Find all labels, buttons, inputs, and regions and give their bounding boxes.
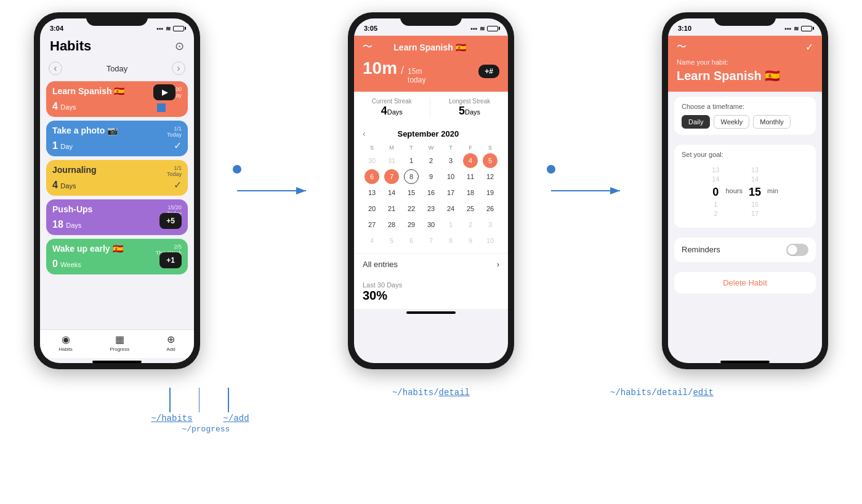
delete-habit-btn[interactable]: Delete Habit [674, 272, 816, 294]
cal-day[interactable]: 6 [365, 169, 379, 184]
cal-day[interactable]: 30 [424, 217, 438, 232]
cal-day[interactable]: 28 [384, 217, 399, 232]
all-entries-label: All entries [363, 260, 398, 269]
habit-card-journaling[interactable]: Journaling 1/1 Today 4 Days ✓ [46, 160, 188, 196]
habit-action-pushups[interactable]: +5 [159, 213, 182, 229]
phone-3-screen: 3:10 ▪▪▪ ≋ 〜 ✓ Name your habit: Learn Sp… [668, 18, 822, 363]
cal-day[interactable]: 2 [463, 217, 478, 232]
prev-date-btn[interactable]: ‹ [49, 62, 62, 75]
tf-monthly-btn[interactable]: Monthly [753, 115, 791, 129]
cal-day[interactable]: 11 [463, 169, 478, 184]
habit-card-wake[interactable]: Wake up early 🇪🇸 2/5 This Week 0 Weeks +… [46, 239, 188, 274]
detail-add-btn[interactable]: +# [478, 65, 499, 78]
cal-day[interactable]: 4 [463, 153, 478, 168]
cal-day[interactable]: 24 [443, 201, 458, 216]
settings-icon[interactable]: ⊙ [175, 39, 184, 53]
cal-day[interactable]: 31 [384, 153, 399, 168]
cal-day[interactable]: 10 [443, 169, 458, 184]
min-scroll[interactable]: 13 14 15 16 17 [749, 166, 761, 219]
habit-card-pushups[interactable]: Push-Ups 15/20 Today 18 Days +5 [46, 199, 188, 235]
home-indicator-3 [720, 361, 770, 363]
cal-day[interactable]: 22 [404, 201, 419, 216]
arrow-svg-1-2 [237, 182, 311, 200]
nav-progress[interactable]: ▦ Progress [110, 334, 129, 352]
next-date-btn[interactable]: › [172, 62, 185, 75]
cal-day[interactable]: 17 [443, 185, 458, 200]
cal-day[interactable]: 7 [384, 169, 399, 184]
status-time-1: 3:04 [50, 25, 63, 32]
all-entries-arrow: › [497, 260, 499, 269]
cal-day[interactable]: 3 [483, 217, 497, 232]
last-days-value: 30% [363, 289, 499, 303]
cal-day-today[interactable]: 8 [404, 169, 419, 184]
cal-day[interactable]: 19 [483, 185, 497, 200]
route-detail-edit[interactable]: ~/habits/detail/edit [610, 388, 714, 398]
reminders-label: Reminders [682, 245, 720, 254]
cal-day[interactable]: 15 [404, 185, 419, 200]
route-detail[interactable]: ~/habits/detail [392, 388, 470, 398]
route-add[interactable]: ~/add [224, 414, 249, 423]
route-progress[interactable]: ~/progress [182, 425, 230, 434]
route-habits[interactable]: ~/habits [151, 414, 192, 423]
wifi-icon-1: ≋ [166, 25, 171, 32]
cal-day[interactable]: 3 [443, 153, 458, 168]
cal-day[interactable]: 20 [365, 201, 379, 216]
all-entries-row[interactable]: All entries › [354, 253, 508, 275]
cal-day[interactable]: 5 [483, 153, 497, 168]
cal-day[interactable]: 29 [404, 217, 419, 232]
cal-day[interactable]: 1 [404, 153, 419, 168]
habit-action-spanish[interactable]: ▶ [153, 84, 175, 100]
cal-day[interactable]: 26 [483, 201, 497, 216]
cal-day[interactable]: 8 [443, 233, 458, 248]
phone-1: 3:04 ▪▪▪ ≋ Habits ⊙ ‹ Today › [34, 12, 200, 369]
tf-weekly-btn[interactable]: Weekly [714, 115, 749, 129]
home-indicator-2 [406, 311, 456, 314]
cal-day[interactable]: 21 [384, 201, 399, 216]
nav-habits[interactable]: ◉ Habits [58, 334, 73, 352]
cal-day[interactable]: 13 [365, 185, 379, 200]
edit-name-value: Learn Spanish 🇪🇸 [677, 68, 813, 83]
nav-add[interactable]: ⊕ Add [167, 334, 175, 352]
cal-day[interactable]: 5 [384, 233, 399, 248]
habit-action-wake[interactable]: +1 [159, 252, 182, 268]
cal-day[interactable]: 14 [384, 185, 399, 200]
phone1-routes-col: ~/habits ~/add ~/progress [151, 388, 249, 434]
cal-day[interactable]: 25 [463, 201, 478, 216]
cal-prev[interactable]: ‹ [363, 129, 366, 138]
hours-scroll[interactable]: 13 14 0 1 2 [712, 166, 719, 219]
reminders-toggle[interactable] [786, 244, 808, 256]
cal-day[interactable]: 12 [483, 169, 497, 184]
cal-day[interactable]: 16 [424, 185, 438, 200]
cal-day[interactable]: 2 [424, 153, 438, 168]
cal-day[interactable]: 7 [424, 233, 438, 248]
cal-day[interactable]: 27 [365, 217, 379, 232]
status-icons-3: ▪▪▪ ≋ [784, 25, 812, 32]
cal-day[interactable]: 30 [365, 153, 379, 168]
v-line-habits [169, 388, 171, 412]
goal-picker: 13 14 0 1 2 hours 13 [682, 163, 808, 222]
cal-day[interactable]: 1 [443, 217, 458, 232]
tf-daily-btn[interactable]: Daily [682, 115, 710, 129]
cal-day[interactable]: 4 [365, 233, 379, 248]
habits-nav-icon: ◉ [62, 334, 70, 345]
habit-card-top-journaling: Journaling 1/1 Today [52, 165, 182, 177]
back-icon-detail[interactable]: 〜 [363, 41, 373, 54]
cal-day[interactable]: 6 [404, 233, 419, 248]
habit-meta-photo: 1/1 Today [167, 126, 182, 138]
habit-card-spanish[interactable]: Learn Spanish 🇪🇸 -05:00 Today 4 Days [46, 81, 188, 117]
cal-day[interactable]: 9 [463, 233, 478, 248]
cal-day[interactable]: 9 [424, 169, 438, 184]
habit-name-spanish: Learn Spanish 🇪🇸 [52, 86, 124, 96]
cal-day[interactable]: 10 [483, 233, 497, 248]
cal-day[interactable]: 23 [424, 201, 438, 216]
cal-day[interactable]: 18 [463, 185, 478, 200]
hours-col: 13 14 0 1 2 [712, 166, 719, 219]
back-icon-edit[interactable]: 〜 [677, 41, 687, 54]
habit-card-photo[interactable]: Take a photo 📷 1/1 Today 1 Day ✓ [46, 121, 188, 156]
progress-nav-icon: ▦ [115, 334, 124, 345]
phone-1-screen: 3:04 ▪▪▪ ≋ Habits ⊙ ‹ Today › [40, 18, 194, 363]
habit-name-photo: Take a photo 📷 [52, 126, 118, 135]
reminders-row: Reminders [682, 244, 808, 256]
checkmark-icon[interactable]: ✓ [805, 41, 813, 53]
streak-divider [430, 98, 430, 118]
